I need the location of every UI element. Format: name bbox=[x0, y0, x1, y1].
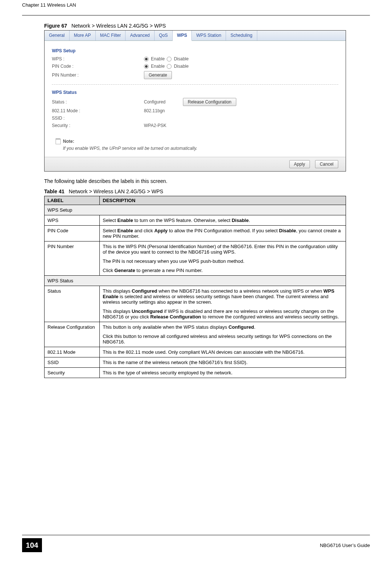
description-cell: This button is only available when the W… bbox=[100, 322, 346, 347]
label-cell: PIN Code bbox=[45, 226, 100, 241]
cancel-button[interactable]: Cancel bbox=[315, 160, 338, 168]
wps-enable-radio[interactable] bbox=[144, 57, 149, 61]
table-title: Network > Wireless LAN 2.4G/5G > WPS bbox=[69, 188, 163, 194]
label-cell: Status bbox=[45, 286, 100, 322]
label-cell: 802.11 Mode bbox=[45, 347, 100, 357]
page-footer: 104 NBG6716 User’s Guide bbox=[0, 535, 392, 552]
table-row: WPSSelect Enable to turn on the WPS feat… bbox=[45, 215, 346, 226]
generate-button[interactable]: Generate bbox=[144, 71, 172, 79]
enable-text: Enable bbox=[151, 56, 165, 61]
pin-number-label: PIN Number : bbox=[52, 73, 144, 78]
wps-setup-title: WPS Setup bbox=[52, 48, 338, 53]
label-cell: PIN Number bbox=[45, 241, 100, 276]
th-label: LABEL bbox=[45, 196, 100, 205]
description-cell: Select Enable and click Apply to allow t… bbox=[100, 226, 346, 241]
table-row: Release ConfigurationThis button is only… bbox=[45, 322, 346, 347]
table-label: Table 41 bbox=[44, 188, 64, 194]
label-cell: SSID bbox=[45, 357, 100, 368]
tab-wps-station[interactable]: WPS Station bbox=[192, 31, 226, 40]
disable-text: Disable bbox=[174, 56, 188, 61]
status-label: Status : bbox=[52, 99, 144, 105]
note-title: Note: bbox=[63, 139, 74, 144]
status-value: Configured bbox=[144, 99, 181, 105]
table-row: SSIDThis is the name of the wireless net… bbox=[45, 357, 346, 368]
tab-scheduling[interactable]: Scheduling bbox=[226, 31, 257, 40]
body-paragraph: The following table describes the labels… bbox=[44, 178, 348, 184]
description-cell: This is the WPS PIN (Personal Identifica… bbox=[100, 241, 346, 276]
pin-code-label: PIN Code : bbox=[52, 64, 144, 69]
tabs-bar: General More AP MAC Filter Advanced QoS … bbox=[45, 31, 346, 41]
label-cell: WPS bbox=[45, 215, 100, 226]
figure-label: Figure 67 bbox=[44, 23, 67, 29]
panel-footer: Apply Cancel bbox=[45, 157, 346, 171]
description-table: LABEL DESCRIPTION WPS SetupWPSSelect Ena… bbox=[44, 196, 346, 378]
note-box: Note: If you enable WPS, the UPnP servic… bbox=[52, 135, 338, 154]
divider bbox=[52, 84, 338, 85]
tab-wps[interactable]: WPS bbox=[173, 31, 192, 41]
description-cell: This is the 802.11 mode used. Only compl… bbox=[100, 347, 346, 357]
table-row: PIN CodeSelect Enable and click Apply to… bbox=[45, 226, 346, 241]
mode-label: 802.11 Mode : bbox=[52, 108, 144, 113]
table-row: WPS Status bbox=[45, 276, 346, 286]
tab-general[interactable]: General bbox=[45, 31, 70, 40]
section-cell: WPS Setup bbox=[45, 205, 346, 215]
table-row: SecurityThis is the type of wireless sec… bbox=[45, 368, 346, 378]
tab-qos[interactable]: QoS bbox=[155, 31, 173, 40]
pin-disable-radio[interactable] bbox=[167, 64, 172, 69]
wps-disable-radio[interactable] bbox=[167, 57, 172, 61]
label-cell: Release Configuration bbox=[45, 322, 100, 347]
security-value: WPA2-PSK bbox=[144, 123, 166, 128]
chapter-title: Chapter 11 Wireless LAN bbox=[22, 2, 76, 8]
figure-title: Network > Wireless LAN 2.4G/5G > WPS bbox=[71, 23, 166, 29]
th-description: DESCRIPTION bbox=[100, 196, 346, 205]
release-configuration-button[interactable]: Release Configuration bbox=[183, 98, 236, 106]
description-cell: This displays Configured when the NBG671… bbox=[100, 286, 346, 322]
guide-name: NBG6716 User’s Guide bbox=[320, 543, 370, 548]
enable-text-2: Enable bbox=[151, 64, 165, 69]
table-row: 802.11 ModeThis is the 802.11 mode used.… bbox=[45, 347, 346, 357]
page-number: 104 bbox=[22, 538, 42, 552]
note-icon bbox=[56, 138, 61, 144]
table-row: PIN NumberThis is the WPS PIN (Personal … bbox=[45, 241, 346, 276]
description-cell: This is the type of wireless security em… bbox=[100, 368, 346, 378]
description-cell: Select Enable to turn on the WPS feature… bbox=[100, 215, 346, 226]
section-cell: WPS Status bbox=[45, 276, 346, 286]
tab-advanced[interactable]: Advanced bbox=[126, 31, 154, 40]
note-text: If you enable WPS, the UPnP service will… bbox=[56, 146, 335, 151]
wps-status-title: WPS Status bbox=[52, 90, 338, 95]
tab-more-ap[interactable]: More AP bbox=[70, 31, 96, 40]
wps-label: WPS : bbox=[52, 56, 144, 61]
table-caption: Table 41 Network > Wireless LAN 2.4G/5G … bbox=[44, 188, 348, 194]
mode-value: 802.11bgn bbox=[144, 108, 165, 113]
disable-text-2: Disable bbox=[174, 64, 188, 69]
label-cell: Security bbox=[45, 368, 100, 378]
pin-enable-radio[interactable] bbox=[144, 64, 149, 69]
security-label: Security : bbox=[52, 123, 144, 128]
table-row: StatusThis displays Configured when the … bbox=[45, 286, 346, 322]
description-cell: This is the name of the wireless network… bbox=[100, 357, 346, 368]
screenshot: General More AP MAC Filter Advanced QoS … bbox=[44, 30, 346, 172]
figure-caption: Figure 67 Network > Wireless LAN 2.4G/5G… bbox=[44, 23, 348, 29]
ssid-label: SSID : bbox=[52, 116, 144, 121]
tab-mac-filter[interactable]: MAC Filter bbox=[96, 31, 126, 40]
table-row: WPS Setup bbox=[45, 205, 346, 215]
apply-button[interactable]: Apply bbox=[289, 160, 310, 168]
